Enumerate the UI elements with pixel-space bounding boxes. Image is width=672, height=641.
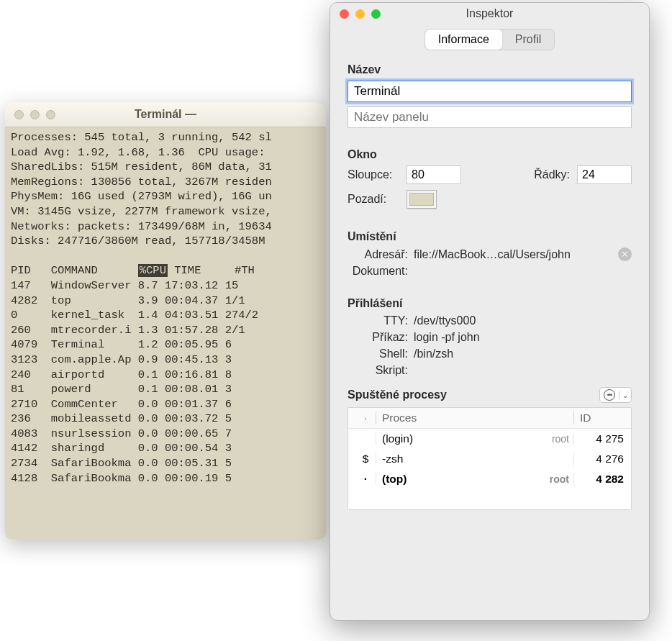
row-id: 4 276 — [573, 453, 624, 465]
chevron-down-icon: ⌄ — [619, 391, 631, 399]
cols-input[interactable] — [407, 165, 461, 184]
col-id: ID — [573, 412, 624, 424]
row-marker: · — [355, 473, 376, 486]
script-label: Skript: — [348, 364, 414, 377]
table-row[interactable]: (login)root4 275 — [348, 429, 631, 449]
row-id: 4 282 — [573, 473, 624, 486]
tab-profil[interactable]: Profil — [502, 29, 554, 50]
bg-label: Pozadí: — [348, 193, 399, 206]
inspector-title: Inspektor — [330, 7, 649, 20]
tab-bar: Informace Profil — [330, 24, 649, 58]
table-row[interactable]: $-zsh4 276 — [348, 449, 631, 469]
doc-label: Dokument: — [348, 265, 414, 278]
bg-color-swatch — [409, 193, 434, 206]
section-prihlaseni: Přihlášení — [348, 297, 632, 310]
inspector-titlebar[interactable]: Inspektor — [330, 3, 649, 24]
row-user: root — [530, 473, 573, 485]
more-icon: ••• — [604, 389, 615, 401]
inspector-window: Inspektor Informace Profil Název Okno Sl… — [330, 2, 650, 621]
tty-label: TTY: — [348, 314, 414, 327]
rows-input[interactable] — [577, 165, 632, 184]
process-table: · Proces ID (login)root4 275$-zsh4 276·(… — [348, 407, 632, 510]
row-marker: $ — [355, 453, 376, 465]
terminal-window: Terminál — Processes: 545 total, 3 runni… — [5, 102, 326, 540]
section-nazev: Název — [348, 63, 632, 76]
section-procesy: Spuštěné procesy — [348, 388, 447, 401]
shell-value: /bin/zsh — [414, 347, 632, 360]
row-proc: (login) — [376, 432, 530, 445]
tty-value: /dev/ttys000 — [414, 314, 632, 327]
col-bullet: · — [355, 412, 376, 424]
row-user: root — [530, 433, 573, 445]
segmented-control: Informace Profil — [424, 29, 555, 50]
row-proc: -zsh — [376, 453, 530, 465]
clear-dir-button[interactable]: ✕ — [618, 247, 632, 261]
process-table-header[interactable]: · Proces ID — [348, 408, 631, 429]
dir-value: file://MacBook…cal/Users/john — [414, 248, 618, 261]
row-proc: (top) — [376, 473, 530, 486]
table-row[interactable]: ·(top)root4 282 — [348, 469, 631, 489]
process-actions-button[interactable]: ••• ⌄ — [599, 387, 632, 403]
cmd-label: Příkaz: — [348, 331, 414, 344]
col-proces: Proces — [376, 412, 530, 424]
terminal-titlebar[interactable]: Terminál — — [5, 102, 326, 127]
dir-label: Adresář: — [348, 248, 414, 261]
bg-color-well[interactable] — [407, 190, 437, 209]
cols-label: Sloupce: — [348, 168, 399, 181]
table-row — [348, 489, 631, 509]
terminal-output[interactable]: Processes: 545 total, 3 running, 542 sl … — [5, 127, 326, 488]
process-table-body: (login)root4 275$-zsh4 276·(top)root4 28… — [348, 429, 631, 489]
cmd-value: login -pf john — [414, 331, 632, 344]
rows-label: Řádky: — [527, 168, 570, 181]
row-id: 4 275 — [573, 432, 624, 445]
panel-name-input[interactable] — [348, 106, 632, 128]
tab-informace[interactable]: Informace — [425, 29, 502, 50]
window-name-input[interactable] — [348, 81, 632, 102]
section-umisteni: Umístění — [348, 230, 632, 243]
shell-label: Shell: — [348, 347, 414, 360]
terminal-title: Terminál — — [5, 108, 326, 121]
section-okno: Okno — [348, 148, 632, 161]
